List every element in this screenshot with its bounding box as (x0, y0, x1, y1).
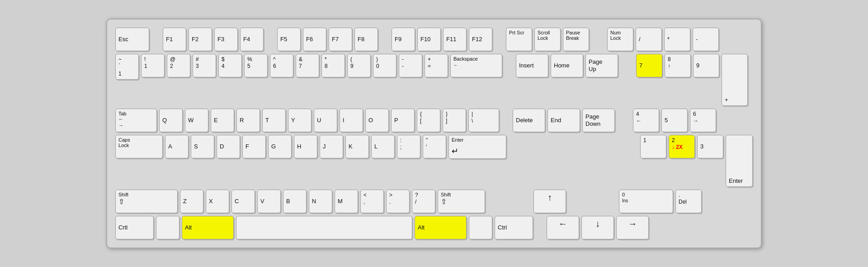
key-p[interactable]: P (391, 109, 415, 132)
key-f3[interactable]: F3 (214, 28, 238, 51)
key-backslash[interactable]: |\ (468, 109, 499, 132)
key-2[interactable]: @2 (167, 54, 190, 77)
key-6[interactable]: ^6 (270, 54, 293, 77)
key-u[interactable]: U (314, 109, 337, 132)
key-i[interactable]: I (340, 109, 363, 132)
key-f6[interactable]: F6 (303, 28, 326, 51)
key-e[interactable]: E (211, 109, 234, 132)
key-minus[interactable]: -- (399, 54, 422, 77)
key-end[interactable]: End (547, 109, 580, 132)
key-alt-right[interactable]: Alt (415, 216, 467, 239)
key-x[interactable]: X (206, 190, 229, 213)
key-pagedown[interactable]: PageDown (582, 109, 615, 132)
key-num0[interactable]: 0Ins (619, 190, 673, 213)
key-f8[interactable]: F8 (354, 28, 378, 51)
key-f11[interactable]: F11 (443, 28, 467, 51)
key-backspace[interactable]: Backspace← (450, 54, 502, 77)
key-f4[interactable]: F4 (240, 28, 264, 51)
key-numlock[interactable]: NumLock (607, 28, 633, 51)
key-f10[interactable]: F10 (417, 28, 441, 51)
key-numenter[interactable]: Enter (726, 135, 753, 187)
key-equals[interactable]: += (425, 54, 448, 77)
key-shift-right[interactable]: Shift⇧ (438, 190, 485, 213)
key-num7[interactable]: 7 (636, 54, 662, 77)
key-f2[interactable]: F2 (189, 28, 212, 51)
key-v[interactable]: V (257, 190, 281, 213)
key-shift-left[interactable]: Shift⇧ (115, 190, 178, 213)
key-capslock[interactable]: CapsLock (115, 135, 163, 158)
key-arrow-down[interactable]: ↓ (581, 216, 614, 239)
key-numdot[interactable]: .Del (675, 190, 702, 213)
key-h[interactable]: H (294, 135, 317, 158)
key-7[interactable]: &7 (296, 54, 319, 77)
key-semicolon[interactable]: :; (397, 135, 420, 158)
key-comma[interactable]: <, (360, 190, 384, 213)
key-enter[interactable]: Enter↵ (448, 135, 506, 159)
key-r[interactable]: R (236, 109, 260, 132)
key-period[interactable]: >. (386, 190, 410, 213)
key-num5[interactable]: 5 (661, 109, 688, 132)
key-fn2[interactable] (469, 216, 492, 239)
key-s[interactable]: S (191, 135, 214, 158)
key-f[interactable]: F (242, 135, 266, 158)
key-num4[interactable]: 4← (633, 109, 659, 132)
key-lbracket[interactable]: {[ (417, 109, 440, 132)
key-arrow-up[interactable]: ↑ (533, 190, 566, 213)
key-num8[interactable]: 8↑ (665, 54, 691, 77)
key-space[interactable] (236, 216, 412, 239)
key-num6[interactable]: 6→ (690, 109, 716, 132)
key-4[interactable]: $4 (218, 54, 242, 77)
key-num9[interactable]: 9 (693, 54, 719, 77)
key-9[interactable]: (9 (347, 54, 371, 77)
key-num1[interactable]: 1 (640, 135, 666, 158)
key-g[interactable]: G (268, 135, 292, 158)
key-b[interactable]: B (283, 190, 307, 213)
key-ctrl-right[interactable]: Ctrl (495, 216, 533, 239)
key-numsub[interactable]: - (693, 28, 719, 51)
key-pageup[interactable]: PageUp (585, 54, 618, 77)
key-rbracket[interactable]: }] (443, 109, 466, 132)
key-numdiv[interactable]: / (636, 28, 662, 51)
key-scrolllock[interactable]: ScrollLock (534, 28, 561, 51)
key-w[interactable]: W (185, 109, 208, 132)
key-j[interactable]: J (320, 135, 343, 158)
key-q[interactable]: Q (159, 109, 183, 132)
key-nummul[interactable]: * (664, 28, 690, 51)
key-o[interactable]: O (365, 109, 389, 132)
key-insert[interactable]: Insert (516, 54, 548, 77)
key-quote[interactable]: "' (423, 135, 446, 158)
key-f7[interactable]: F7 (329, 28, 352, 51)
key-fn[interactable] (156, 216, 179, 239)
key-pausebreak[interactable]: PauseBreak (563, 28, 589, 51)
key-c[interactable]: C (231, 190, 255, 213)
key-num3[interactable]: 3 (697, 135, 723, 158)
key-prtscr[interactable]: Prt Scr (506, 28, 532, 51)
key-f1[interactable]: F1 (163, 28, 186, 51)
key-alt-left[interactable]: Alt (182, 216, 234, 239)
key-arrow-left[interactable]: ← (547, 216, 579, 239)
key-home[interactable]: Home (551, 54, 583, 77)
key-3[interactable]: #3 (193, 54, 216, 77)
key-backtick[interactable]: ~`1 (115, 54, 139, 80)
key-t[interactable]: T (262, 109, 286, 132)
key-numplus[interactable]: + (722, 54, 748, 106)
key-tab[interactable]: Tab←→ (115, 109, 157, 132)
key-d[interactable]: D (217, 135, 240, 158)
key-ctrl-left[interactable]: Crtl (115, 216, 154, 239)
key-num2[interactable]: 2↓ 2X (669, 135, 695, 158)
key-slash[interactable]: ?/ (412, 190, 435, 213)
key-l[interactable]: L (371, 135, 395, 158)
key-f5[interactable]: F5 (277, 28, 301, 51)
key-f12[interactable]: F12 (469, 28, 492, 51)
key-n[interactable]: N (309, 190, 332, 213)
key-z[interactable]: Z (180, 190, 203, 213)
key-delete[interactable]: Delete (513, 109, 545, 132)
key-8[interactable]: *8 (321, 54, 345, 77)
key-f9[interactable]: F9 (392, 28, 415, 51)
key-k[interactable]: K (345, 135, 369, 158)
key-y[interactable]: Y (288, 109, 311, 132)
key-5[interactable]: %5 (244, 54, 268, 77)
key-m[interactable]: M (335, 190, 358, 213)
key-0[interactable]: )0 (373, 54, 396, 77)
key-a[interactable]: A (165, 135, 189, 158)
